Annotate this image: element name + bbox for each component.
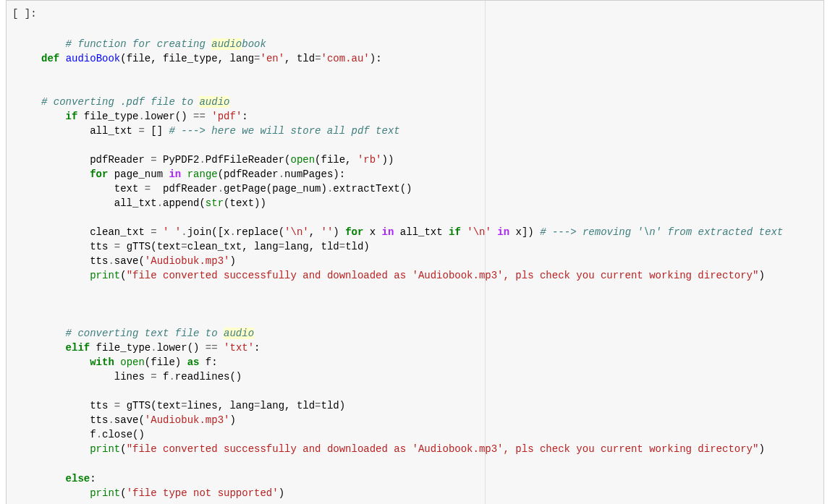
code-input[interactable]: # function for creating audiobook def au… [41,1,823,504]
code-cell-1: [ ]: # function for creating audiobook d… [6,0,824,504]
cell-prompt[interactable]: [ ]: [7,1,41,504]
ruler-line [485,1,486,504]
code-content: # function for creating audiobook def au… [41,38,783,498]
